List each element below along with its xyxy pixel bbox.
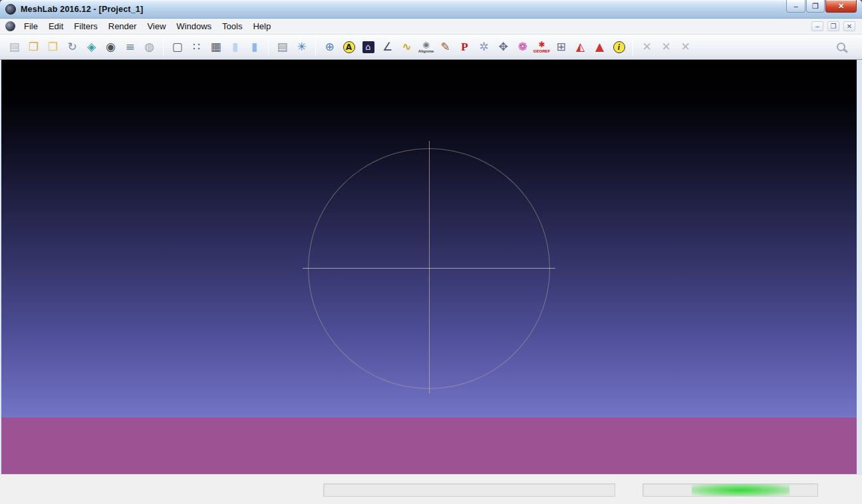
menu-item-edit[interactable]: Edit: [43, 19, 69, 34]
title-bar: MeshLab 2016.12 - [Project_1] – ❐ ✕: [0, 0, 862, 19]
texture-render-mode-icon-glyph: ▤: [277, 41, 287, 53]
info-tool-icon[interactable]: i: [610, 38, 628, 57]
bbox-render-mode-icon-glyph: ▢: [172, 41, 182, 53]
paint-tool-icon[interactable]: ✎: [436, 38, 454, 57]
show-layer-dialog-icon[interactable]: ≡: [121, 38, 139, 57]
wireframe-render-mode-icon-glyph: ▦: [210, 41, 221, 53]
delete-selected-faces-icon-glyph: ✕: [642, 41, 651, 53]
smooth-shading-render-mode-icon[interactable]: ▮: [245, 38, 263, 57]
export-mesh-icon[interactable]: ◈: [82, 38, 100, 57]
measure-tool-icon-glyph: ∠: [382, 41, 392, 53]
reload-mesh-icon[interactable]: ↻: [63, 38, 81, 57]
reload-mesh-icon-glyph: ↻: [67, 41, 76, 53]
select-faces-rect-icon-glyph: ▲: [595, 41, 604, 53]
web-export-icon[interactable]: ◍: [140, 38, 158, 57]
ground-plane: [1, 418, 857, 474]
menu-items: FileEditFiltersRenderViewWindowsToolsHel…: [19, 19, 276, 34]
menu-item-file[interactable]: File: [19, 19, 43, 34]
select-faces-icon[interactable]: ◭: [571, 38, 589, 57]
align-tool-icon[interactable]: A: [340, 38, 358, 57]
manipulator-tool-icon-glyph: ✥: [498, 41, 507, 53]
bbox-render-mode-icon[interactable]: ▢: [168, 38, 186, 57]
paint-tool-icon-glyph: ✎: [440, 41, 450, 53]
delete-selected-faces-and-vertices-icon[interactable]: ✕: [676, 38, 694, 57]
point-spray-select-icon[interactable]: ✲: [475, 38, 493, 57]
trackball-globe-icon[interactable]: ⊕: [321, 38, 339, 57]
mdi-close-button[interactable]: ✕: [843, 21, 855, 31]
viewport-canvas[interactable]: [1, 60, 857, 474]
window-title: MeshLab 2016.12 - [Project_1]: [21, 5, 143, 14]
hose-tool-icon[interactable]: ∿: [398, 38, 416, 57]
align-tool-icon-glyph: A: [343, 41, 355, 53]
georef-tool-icon[interactable]: ✱GEOREF: [533, 38, 551, 57]
snapshot-icon-glyph: ◉: [106, 41, 116, 53]
image-alignment-icon[interactable]: ◉Alignme: [417, 38, 435, 57]
open-project-icon[interactable]: ❒: [25, 38, 43, 57]
toolbar-separator: [315, 39, 316, 56]
flat-shading-render-mode-icon[interactable]: ▮: [226, 38, 244, 57]
quality-mapper-icon-glyph: ❁: [517, 41, 527, 53]
point-spray-select-icon-glyph: ✲: [479, 41, 488, 53]
meshlab-window: MeshLab 2016.12 - [Project_1] – ❐ ✕ File…: [0, 0, 862, 504]
viewport-frame: [0, 60, 862, 474]
maximize-button[interactable]: ❐: [806, 0, 825, 13]
show-axis-icon-glyph: ✳: [297, 41, 306, 53]
georef-tool-icon-label: GEOREF: [533, 49, 550, 53]
delete-selected-faces-icon[interactable]: ✕: [638, 38, 656, 57]
menu-item-render[interactable]: Render: [103, 19, 142, 34]
smooth-shading-render-mode-icon-glyph: ▮: [251, 41, 257, 53]
show-layer-dialog-icon-glyph: ≡: [125, 41, 134, 53]
menu-item-filters[interactable]: Filters: [69, 19, 102, 34]
import-mesh-icon-glyph: ❒: [48, 41, 58, 53]
points-render-mode-icon-glyph: ∷: [193, 41, 200, 53]
wireframe-render-mode-icon[interactable]: ▦: [207, 38, 225, 57]
web-export-icon-glyph: ◍: [144, 41, 154, 53]
toolbar-separator: [163, 39, 164, 56]
select-faces-rect-icon[interactable]: ▲: [591, 38, 609, 57]
flat-shading-render-mode-icon-glyph: ▮: [232, 41, 238, 53]
delete-selected-faces-and-vertices-icon-glyph: ✕: [680, 41, 690, 53]
menu-item-tools[interactable]: Tools: [217, 19, 247, 34]
minimize-button[interactable]: –: [786, 0, 805, 13]
info-tool-icon-glyph: i: [613, 41, 625, 53]
progress-indicator: [692, 484, 790, 496]
toolbar-groups: ▤❒❒↻◈◉≡◍▢∷▦▮▮▤✳⊕A⌂∠∿◉Alignme✎P✲✥❁✱GEOREF…: [5, 38, 695, 57]
image-alignment-icon-glyph: ◉: [422, 41, 429, 49]
hose-tool-icon-glyph: ∿: [402, 41, 411, 53]
menu-item-help[interactable]: Help: [247, 19, 276, 34]
delete-selected-vertices-icon-glyph: ✕: [661, 41, 670, 53]
menu-item-view[interactable]: View: [142, 19, 171, 34]
show-axis-icon[interactable]: ✳: [293, 38, 311, 57]
toolbar-separator: [268, 39, 269, 56]
search-icon: [837, 43, 845, 51]
import-mesh-icon[interactable]: ❒: [44, 38, 62, 57]
arc3d-import-icon[interactable]: ⌂: [359, 38, 377, 57]
select-vertices-icon[interactable]: ⊞: [552, 38, 570, 57]
vertical-axis-line: [429, 141, 430, 394]
mdi-window-controls: – ❐ ✕: [811, 21, 858, 31]
project-window-icon[interactable]: [5, 21, 15, 31]
app-icon[interactable]: [5, 4, 16, 15]
delete-selected-vertices-icon[interactable]: ✕: [657, 38, 675, 57]
menu-item-windows[interactable]: Windows: [171, 19, 217, 34]
open-project-icon-glyph: ❒: [29, 41, 39, 53]
new-empty-project-icon-glyph: ▤: [9, 41, 19, 53]
pickpoints-tool-icon[interactable]: P: [456, 38, 474, 57]
mdi-minimize-button[interactable]: –: [811, 21, 823, 31]
quality-mapper-icon[interactable]: ❁: [513, 38, 531, 57]
search-button[interactable]: [837, 43, 845, 51]
manipulator-tool-icon[interactable]: ✥: [494, 38, 512, 57]
close-button[interactable]: ✕: [825, 0, 857, 13]
select-vertices-icon-glyph: ⊞: [556, 41, 565, 53]
measure-tool-icon[interactable]: ∠: [378, 38, 396, 57]
mdi-restore-button[interactable]: ❐: [827, 21, 839, 31]
select-faces-icon-glyph: ◭: [576, 41, 585, 53]
horizontal-axis-line: [303, 268, 555, 269]
new-empty-project-icon[interactable]: ▤: [5, 38, 23, 57]
pickpoints-tool-icon-glyph: P: [461, 41, 468, 53]
window-controls: – ❐ ✕: [786, 0, 857, 13]
toolbar-separator: [633, 39, 633, 56]
texture-render-mode-icon[interactable]: ▤: [273, 38, 291, 57]
snapshot-icon[interactable]: ◉: [102, 38, 120, 57]
points-render-mode-icon[interactable]: ∷: [188, 38, 206, 57]
